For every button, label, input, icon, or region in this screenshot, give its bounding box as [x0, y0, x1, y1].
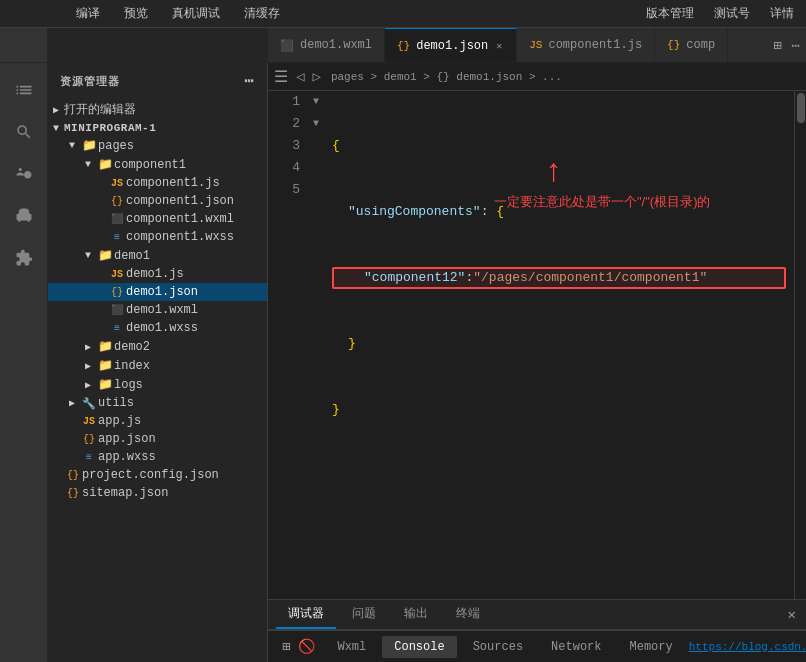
- tab-icon-component1js: JS: [529, 39, 542, 51]
- code-line-1: {: [332, 135, 786, 157]
- code-content[interactable]: { "usingComponents" : { "component12" : …: [324, 91, 794, 599]
- sidebar-sitemapjson[interactable]: {} sitemap.json: [48, 484, 267, 502]
- menu-test-id[interactable]: 测试号: [710, 3, 754, 24]
- sidebar-open-editors[interactable]: ▶ 打开的编辑器: [48, 99, 267, 120]
- search-icon[interactable]: [4, 113, 44, 151]
- sidebar-projectconfig[interactable]: {} project.config.json: [48, 466, 267, 484]
- source-control-icon[interactable]: [4, 155, 44, 193]
- code-line-2: "usingComponents" : {: [332, 201, 786, 223]
- menu-compile[interactable]: 编译: [72, 3, 104, 24]
- sidebar-component1wxml[interactable]: ⬛ component1.wxml: [48, 210, 267, 228]
- bottom-bar-tab-memory[interactable]: Memory: [618, 636, 685, 658]
- sidebar-more-icon[interactable]: ⋯: [244, 71, 255, 91]
- bottom-tabs: 调试器 问题 输出 终端 ✕: [268, 600, 806, 630]
- utils-folder-icon: 🔧: [80, 397, 98, 410]
- sidebar-demo2-folder[interactable]: ▶ 📁 demo2: [48, 337, 267, 356]
- explorer-icon[interactable]: [4, 71, 44, 109]
- collapse-1[interactable]: ▼: [308, 91, 324, 113]
- menu-clear-cache[interactable]: 清缓存: [240, 3, 284, 24]
- bottom-tab-debugger[interactable]: 调试器: [276, 600, 336, 629]
- bottom-bar-icon2[interactable]: 🚫: [296, 636, 317, 657]
- bottom-bar-tab-console[interactable]: Console: [382, 636, 456, 658]
- sidebar-component1-folder[interactable]: ▼ 📁 component1: [48, 155, 267, 174]
- more-icon[interactable]: ⋯: [790, 35, 802, 56]
- appwxss-label: app.wxss: [98, 450, 267, 464]
- sidebar-component1wxss[interactable]: ≡ component1.wxss: [48, 228, 267, 246]
- using-components-key: "usingComponents": [348, 201, 481, 223]
- miniprogram-label: MINIPROGRAM-1: [64, 122, 267, 134]
- editor-area: ☰ ◁ ▷ pages > demo1 > {} demo1.json > ..…: [268, 63, 806, 662]
- split-editor-icon[interactable]: ⊞: [771, 35, 783, 56]
- pages-arrow: ▼: [64, 140, 80, 151]
- appjs-icon: JS: [80, 416, 98, 427]
- bottom-bar-tab-sources[interactable]: Sources: [461, 636, 535, 658]
- debug-icon[interactable]: [4, 197, 44, 235]
- code-editor[interactable]: 1 2 3 4 5 ▼ ▼ ▼ ▼ ▼ {: [268, 91, 806, 599]
- sidebar-component1json[interactable]: {} component1.json: [48, 192, 267, 210]
- extensions-icon[interactable]: [4, 239, 44, 277]
- bracket-open: {: [332, 135, 340, 157]
- sidebar-utils-folder[interactable]: ▶ 🔧 utils: [48, 394, 267, 412]
- sidebar-demo1wxss[interactable]: ≡ demo1.wxss: [48, 319, 267, 337]
- tab-label-demo1wxml: demo1.wxml: [300, 38, 372, 52]
- component1wxss-icon: ≡: [108, 232, 126, 243]
- sidebar: 资源管理器 ⋯ ▶ 打开的编辑器 ▼ MINIPROGRAM-1 ▼ 📁 pag…: [48, 63, 268, 662]
- tab-component1js[interactable]: JS component1.js: [517, 28, 655, 62]
- toggle-sidebar-icon[interactable]: ☰: [272, 65, 290, 89]
- sidebar-title: 资源管理器: [60, 74, 120, 89]
- sidebar-pages-folder[interactable]: ▼ 📁 pages: [48, 136, 267, 155]
- colon-2: :: [481, 201, 497, 223]
- tab-demo1json[interactable]: {} demo1.json ✕: [385, 28, 517, 62]
- index-folder-icon: 📁: [96, 358, 114, 373]
- appjs-label: app.js: [98, 414, 267, 428]
- forward-icon[interactable]: ▷: [310, 66, 322, 87]
- tab-close-demo1json[interactable]: ✕: [494, 39, 504, 53]
- back-icon[interactable]: ◁: [294, 66, 306, 87]
- menu-device-debug[interactable]: 真机调试: [168, 3, 224, 24]
- index-arrow: ▶: [80, 360, 96, 372]
- sidebar-demo1json[interactable]: {} demo1.json: [48, 283, 267, 301]
- bottom-tab-issues[interactable]: 问题: [340, 600, 388, 629]
- bottom-bar-tab-network[interactable]: Network: [539, 636, 613, 658]
- sidebar-logs-folder[interactable]: ▶ 📁 logs: [48, 375, 267, 394]
- appwxss-icon: ≡: [80, 452, 98, 463]
- menu-details[interactable]: 详情: [766, 3, 798, 24]
- menu-version-mgmt[interactable]: 版本管理: [642, 3, 698, 24]
- bottom-bar-url[interactable]: https://blog.csdn.net/soldier_d: [689, 641, 806, 653]
- right-scrollbar[interactable]: [794, 91, 806, 599]
- sidebar-component1js[interactable]: JS component1.js: [48, 174, 267, 192]
- tab-comp[interactable]: {} comp: [655, 28, 728, 62]
- code-line-5: }: [332, 399, 786, 421]
- sidebar-index-folder[interactable]: ▶ 📁 index: [48, 356, 267, 375]
- bracket-open-2: {: [496, 201, 504, 223]
- tab-demo1wxml[interactable]: ⬛ demo1.wxml: [268, 28, 385, 62]
- bottom-bar-icon1[interactable]: ⊞: [280, 636, 292, 657]
- projectconfig-label: project.config.json: [82, 468, 267, 482]
- sidebar-appjs[interactable]: JS app.js: [48, 412, 267, 430]
- demo2-arrow: ▶: [80, 341, 96, 353]
- component12-key: "component12": [364, 267, 465, 289]
- demo2-folder-icon: 📁: [96, 339, 114, 354]
- demo1json-icon: {}: [108, 287, 126, 298]
- collapse-2[interactable]: ▼: [308, 113, 324, 135]
- line-numbers: 1 2 3 4 5: [268, 91, 308, 599]
- bracket-close-1: }: [332, 399, 340, 421]
- close-panel-icon[interactable]: ✕: [786, 600, 798, 629]
- logs-folder-label: logs: [114, 378, 267, 392]
- bracket-close-2: }: [348, 333, 356, 355]
- sidebar-appjson[interactable]: {} app.json: [48, 430, 267, 448]
- colon-3: :: [465, 267, 473, 289]
- sidebar-demo1js[interactable]: JS demo1.js: [48, 265, 267, 283]
- bottom-bar-tab-wxml[interactable]: Wxml: [325, 636, 378, 658]
- collapse-indicators: ▼ ▼ ▼ ▼ ▼: [308, 91, 324, 599]
- sidebar-demo1wxml[interactable]: ⬛ demo1.wxml: [48, 301, 267, 319]
- bottom-tab-output[interactable]: 输出: [392, 600, 440, 629]
- demo1wxml-icon: ⬛: [108, 304, 126, 316]
- demo1wxss-label: demo1.wxss: [126, 321, 267, 335]
- sidebar-miniprogram[interactable]: ▼ MINIPROGRAM-1: [48, 120, 267, 136]
- sidebar-demo1-folder[interactable]: ▼ 📁 demo1: [48, 246, 267, 265]
- menu-preview[interactable]: 预览: [120, 3, 152, 24]
- bottom-tab-terminal[interactable]: 终端: [444, 600, 492, 629]
- tab-icon-json: {}: [397, 40, 410, 52]
- sidebar-appwxss[interactable]: ≡ app.wxss: [48, 448, 267, 466]
